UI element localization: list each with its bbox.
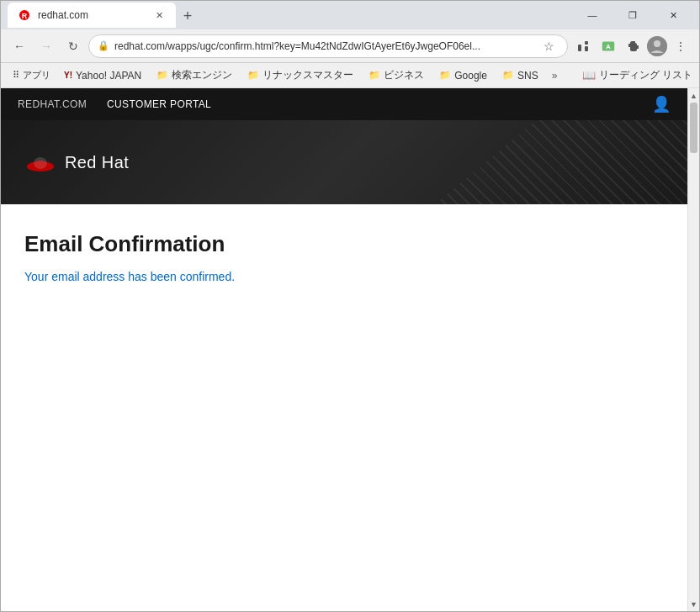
redhat-logo: Red Hat	[24, 146, 129, 178]
close-button[interactable]: ✕	[654, 3, 692, 27]
reading-list-icon: 📖	[582, 69, 596, 82]
folder-icon-search: 📁	[156, 70, 168, 81]
address-text: redhat.com/wapps/ugc/confirm.html?key=Mu…	[114, 40, 533, 52]
back-button[interactable]: ←	[8, 34, 31, 58]
main-content: Email Confirmation Your email address ha…	[1, 204, 687, 311]
svg-rect-3	[585, 41, 588, 45]
svg-text:R: R	[22, 12, 28, 20]
menu-button[interactable]: ⋮	[669, 34, 692, 58]
browser-window: R redhat.com ✕ + — ❐ ✕ ← → ↻ 🔒 redhat.co…	[0, 0, 700, 612]
apps-grid-icon: ⠿	[13, 70, 19, 81]
folder-icon-sns: 📁	[502, 70, 514, 81]
tab-favicon: R	[18, 8, 31, 22]
lock-icon: 🔒	[98, 40, 109, 51]
folder-icon-linux: 📁	[247, 70, 259, 81]
bookmark-business[interactable]: 📁 ビジネス	[362, 66, 431, 85]
extensions-button[interactable]	[571, 34, 595, 58]
tab-title: redhat.com	[38, 9, 88, 21]
scroll-down-arrow[interactable]: ▼	[688, 597, 700, 611]
browser-content-area: REDHAT.COM CUSTOMER PORTAL 👤	[1, 88, 699, 611]
tabs-row: R redhat.com ✕ +	[8, 3, 570, 28]
restore-button[interactable]: ❐	[613, 3, 652, 27]
scroll-track	[688, 103, 699, 597]
extensions-puzzle-button[interactable]	[622, 34, 645, 58]
svg-point-8	[654, 40, 660, 47]
user-account-icon[interactable]: 👤	[652, 95, 671, 113]
svg-rect-2	[578, 45, 581, 51]
bookmark-google[interactable]: 📁 Google	[432, 67, 494, 84]
scrollbar[interactable]: ▲ ▼	[687, 88, 699, 611]
topnav-customer-portal[interactable]: CUSTOMER PORTAL	[107, 98, 211, 110]
translate-button[interactable]: A	[597, 34, 620, 58]
profile-avatar[interactable]	[647, 36, 667, 56]
bookmark-sns[interactable]: 📁 SNS	[496, 67, 545, 84]
tab-close-button[interactable]: ✕	[152, 8, 166, 22]
svg-text:A: A	[606, 43, 611, 50]
title-bar: R redhat.com ✕ + — ❐ ✕	[1, 1, 699, 29]
reload-button[interactable]: ↻	[61, 34, 85, 58]
page-title: Email Confirmation	[24, 231, 664, 257]
nav-bar: ← → ↻ 🔒 redhat.com/wapps/ugc/confirm.htm…	[1, 29, 699, 63]
bookmarks-more-button[interactable]: »	[547, 67, 563, 84]
yahoo-icon: Y!	[64, 71, 72, 80]
reading-list-area: 📖 リーディング リスト	[582, 68, 692, 82]
bookmark-yahoo[interactable]: Y! Yahoo! JAPAN	[57, 67, 148, 84]
bookmark-linux-master[interactable]: 📁 リナックスマスター	[241, 66, 360, 85]
confirmation-message[interactable]: Your email address has been confirmed.	[24, 270, 235, 283]
topnav-redhatcom[interactable]: REDHAT.COM	[18, 98, 87, 110]
svg-point-11	[34, 157, 47, 169]
address-bar[interactable]: 🔒 redhat.com/wapps/ugc/confirm.html?key=…	[88, 34, 568, 58]
forward-button[interactable]: →	[34, 34, 58, 58]
redhat-logo-text: Red Hat	[65, 153, 129, 172]
folder-icon-google: 📁	[439, 70, 451, 81]
active-tab[interactable]: R redhat.com ✕	[8, 3, 176, 28]
page-content: REDHAT.COM CUSTOMER PORTAL 👤	[1, 88, 687, 611]
bookmark-search-engine[interactable]: 📁 検索エンジン	[150, 66, 239, 85]
svg-rect-4	[585, 46, 588, 51]
topnav-right: 👤	[652, 95, 671, 113]
reading-list-label[interactable]: リーディング リスト	[599, 68, 692, 82]
site-topnav: REDHAT.COM CUSTOMER PORTAL 👤	[1, 88, 687, 120]
new-tab-button[interactable]: +	[176, 4, 199, 28]
hero-banner: Red Hat	[1, 120, 687, 204]
redhat-logo-icon	[24, 146, 56, 178]
bookmarks-bar: ⠿ アプリ Y! Yahoo! JAPAN 📁 検索エンジン 📁 リナックスマス…	[1, 63, 699, 88]
nav-right-buttons: A ⋮	[571, 34, 692, 58]
scroll-thumb[interactable]	[690, 103, 697, 153]
bookmark-apps[interactable]: ⠿ アプリ	[8, 66, 56, 84]
bookmark-star-button[interactable]: ☆	[538, 36, 559, 56]
scroll-up-arrow[interactable]: ▲	[688, 88, 700, 103]
folder-icon-business: 📁	[369, 70, 380, 81]
window-controls: — ❐ ✕	[573, 3, 692, 27]
minimize-button[interactable]: —	[573, 3, 612, 27]
